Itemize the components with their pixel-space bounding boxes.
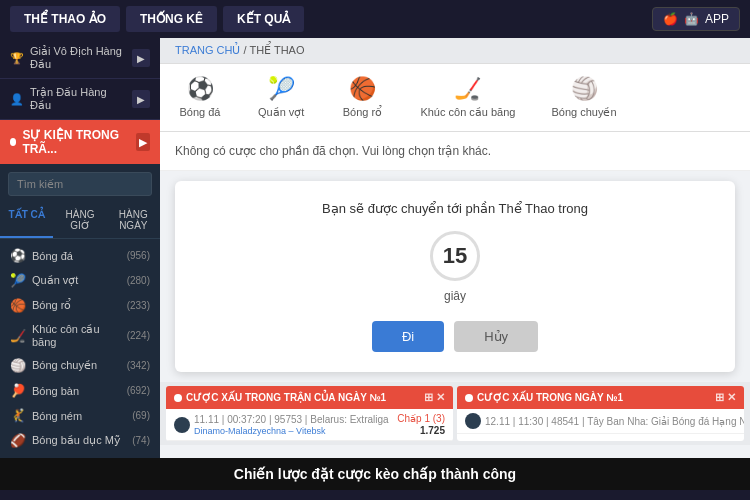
- modal-buttons: Đi Hủy: [195, 321, 715, 352]
- go-button[interactable]: Đi: [372, 321, 444, 352]
- sidebar: 🏆 Giải Vô Địch Hàng Đầu ▶ 👤 Trận Đấu Hàn…: [0, 38, 160, 458]
- bong-bau-duc-label: Bóng bầu dục Mỹ: [32, 434, 121, 447]
- main-layout: 🏆 Giải Vô Địch Hàng Đầu ▶ 👤 Trận Đấu Hàn…: [0, 38, 750, 458]
- bong-chuyen-label: Bóng chuyền: [32, 359, 97, 372]
- quan-vot-count: (280): [127, 275, 150, 286]
- sport-item-bong-ban[interactable]: 🏓 Bóng bàn (692): [0, 378, 160, 403]
- app-label: APP: [705, 12, 729, 26]
- bong-nem-count: (69): [132, 410, 150, 421]
- sport-item-bong-gay[interactable]: 🏑 Bóng gậy (40): [0, 453, 160, 458]
- breadcrumb-separator: /: [244, 44, 247, 56]
- live-dot: [10, 138, 16, 146]
- bong-chuyen-count: (342): [127, 360, 150, 371]
- sport-item-bong-bau-duc-my[interactable]: 🏈 Bóng bầu dục Mỹ (74): [0, 428, 160, 453]
- bong-da-icon: ⚽: [10, 248, 26, 263]
- redirect-modal: Bạn sẽ được chuyển tới phần Thể Thao tro…: [175, 181, 735, 372]
- panel2-icons: ⊞ ✕: [715, 391, 736, 404]
- bong-nem-icon: 🤾: [10, 408, 26, 423]
- bet-panel-ngay-title: CƯỢC XẤU TRONG NGÀY №1: [477, 392, 623, 403]
- caption-bar: Chiến lược đặt cược kèo chấp thành công: [0, 458, 750, 490]
- sport-item-quan-vot[interactable]: 🎾 Quần vợt (280): [0, 268, 160, 293]
- sidebar-live-header: SỰ KIỆN TRONG TRÃ... ▶: [0, 120, 160, 164]
- team-logo-0: [174, 417, 190, 433]
- sport-tab-khuc-con-cau-bang[interactable]: 🏒 Khúc côn cầu băng: [412, 72, 523, 123]
- sidebar-tran-arrow: ▶: [132, 90, 150, 108]
- tab-bong-chuyen-icon: 🏐: [571, 76, 598, 102]
- bet-row-1: 12.11 | 11:30 | 48541 | Tây Ban Nha: Giả…: [457, 409, 744, 434]
- bet-panel-tran-title: CƯỢC XẤU TRONG TRẬN CỦA NGÀY №1: [186, 392, 386, 403]
- tab-tat-ca[interactable]: TẤT CẢ: [0, 204, 53, 238]
- tab-the-thao-ao[interactable]: THỂ THAO ẢO: [10, 6, 120, 32]
- khuc-con-cau-count: (224): [127, 330, 150, 341]
- tab-quan-vot-icon: 🎾: [268, 76, 295, 102]
- sport-tab-bong-ro[interactable]: 🏀 Bóng rổ: [332, 72, 392, 123]
- tab-bong-da-icon: ⚽: [187, 76, 214, 102]
- giay-label: giây: [195, 289, 715, 303]
- bong-da-count: (956): [127, 250, 150, 261]
- breadcrumb: TRANG CHỦ / THỂ THAO: [160, 38, 750, 64]
- panel-icons: ⊞ ✕: [424, 391, 445, 404]
- sport-tab-bong-chuyen[interactable]: 🏐 Bóng chuyền: [543, 72, 624, 123]
- bet-date-0: 11.11 | 00:37:20 | 95753 | Belarus: Extr…: [194, 414, 393, 425]
- sidebar-giai-arrow: ▶: [132, 49, 150, 67]
- sport-tab-quan-vot[interactable]: 🎾 Quần vợt: [250, 72, 312, 123]
- sidebar-giai-label: Giải Vô Địch Hàng Đầu: [30, 45, 126, 71]
- panel-live-dot: [174, 394, 182, 402]
- search-box: [0, 164, 160, 204]
- sidebar-tran-label: Trận Đấu Hàng Đầu: [30, 86, 126, 112]
- bet-chap-0: Chấp 1 (3): [397, 413, 445, 424]
- sidebar-tab-row: TẤT CẢ HÀNG GIỜ HÀNG NGÀY: [0, 204, 160, 239]
- live-label: SỰ KIỆN TRONG TRÃ...: [22, 128, 129, 156]
- countdown-circle: 15: [430, 231, 480, 281]
- tab-hang-ngay[interactable]: HÀNG NGÀY: [107, 204, 160, 238]
- breadcrumb-current: THỂ THAO: [249, 44, 304, 56]
- modal-title: Bạn sẽ được chuyển tới phần Thể Thao tro…: [195, 201, 715, 216]
- sport-item-bong-nem[interactable]: 🤾 Bóng ném (69): [0, 403, 160, 428]
- bong-chuyen-icon: 🏐: [10, 358, 26, 373]
- sport-tab-bong-da[interactable]: ⚽ Bóng đá: [170, 72, 230, 123]
- tab-bong-ro-label: Bóng rổ: [343, 106, 382, 119]
- sidebar-nav: 🏆 Giải Vô Địch Hàng Đầu ▶ 👤 Trận Đấu Hàn…: [0, 38, 160, 120]
- tab-hang-gio[interactable]: HÀNG GIỜ: [53, 204, 106, 238]
- tab-khuc-label: Khúc côn cầu băng: [420, 106, 515, 119]
- sport-item-bong-da[interactable]: ⚽ Bóng đá (956): [0, 243, 160, 268]
- breadcrumb-home[interactable]: TRANG CHỦ: [175, 44, 240, 56]
- caption-text: Chiến lược đặt cược kèo chấp thành công: [234, 466, 516, 482]
- sidebar-item-tran-dau[interactable]: 👤 Trận Đấu Hàng Đầu ▶: [0, 79, 160, 120]
- bet-panel-ngay: CƯỢC XẤU TRONG NGÀY №1 ⊞ ✕ 12.11 | 11:30…: [457, 386, 744, 441]
- no-bets-message: Không có cược cho phần đã chọn. Vui lòng…: [160, 132, 750, 171]
- trophy-icon: 🏆: [10, 52, 24, 65]
- bet-date-1: 12.11 | 11:30 | 48541 | Tây Ban Nha: Giả…: [485, 416, 744, 427]
- cancel-button[interactable]: Hủy: [454, 321, 538, 352]
- bong-bau-duc-icon: 🏈: [10, 433, 26, 448]
- search-input[interactable]: [8, 172, 152, 196]
- sport-tabs-bar: ⚽ Bóng đá 🎾 Quần vợt 🏀 Bóng rổ 🏒 Khúc cô…: [160, 64, 750, 132]
- bong-ro-icon: 🏀: [10, 298, 26, 313]
- bong-ro-label: Bóng rổ: [32, 299, 71, 312]
- tab-bong-ro-icon: 🏀: [349, 76, 376, 102]
- apple-icon: 🍎: [663, 12, 678, 26]
- bet-row-0: 11.11 | 00:37:20 | 95753 | Belarus: Extr…: [166, 409, 453, 441]
- bong-ro-count: (233): [127, 300, 150, 311]
- sidebar-item-giai-vo-dich[interactable]: 🏆 Giải Vô Địch Hàng Đầu ▶: [0, 38, 160, 79]
- quan-vot-icon: 🎾: [10, 273, 26, 288]
- app-badge[interactable]: 🍎 🤖 APP: [652, 7, 740, 31]
- user-icon: 👤: [10, 93, 24, 106]
- bong-da-label: Bóng đá: [32, 250, 73, 262]
- tab-ket-qua[interactable]: KẾT QUẢ: [223, 6, 304, 32]
- sport-list: ⚽ Bóng đá (956) 🎾 Quần vợt (280) 🏀 Bóng …: [0, 239, 160, 458]
- live-arrow-btn[interactable]: ▶: [136, 133, 150, 151]
- bet-panel-tran: CƯỢC XẤU TRONG TRẬN CỦA NGÀY №1 ⊞ ✕ 11.1…: [166, 386, 453, 441]
- bong-nem-label: Bóng ném: [32, 410, 82, 422]
- bong-ban-label: Bóng bàn: [32, 385, 79, 397]
- top-nav: THỂ THAO ẢO THỐNG KÊ KẾT QUẢ 🍎 🤖 APP: [0, 0, 750, 38]
- sport-item-khuc-con-cau-bang[interactable]: 🏒 Khúc côn cầu băng (224): [0, 318, 160, 353]
- bet-panel-ngay-header: CƯỢC XẤU TRONG NGÀY №1 ⊞ ✕: [457, 386, 744, 409]
- sport-item-bong-ro[interactable]: 🏀 Bóng rổ (233): [0, 293, 160, 318]
- tab-thong-ke[interactable]: THỐNG KÊ: [126, 6, 217, 32]
- khuc-con-cau-label: Khúc côn cầu băng: [32, 323, 121, 348]
- content-area: TRANG CHỦ / THỂ THAO ⚽ Bóng đá 🎾 Quần vợ…: [160, 38, 750, 458]
- bet-odds-0: 1.725: [420, 425, 445, 436]
- bet-match-0: Dinamo-Maladzyechna – Vitebsk: [194, 426, 393, 436]
- sport-item-bong-chuyen[interactable]: 🏐 Bóng chuyền (342): [0, 353, 160, 378]
